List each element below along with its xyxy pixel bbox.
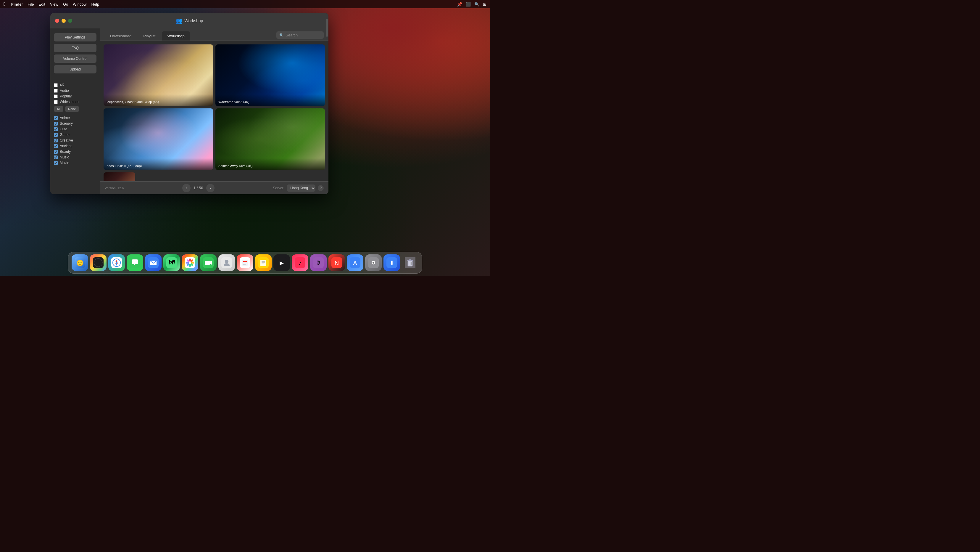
menubar-help[interactable]: Help (91, 2, 99, 6)
card-label-4: Spirited Away Rive (4K) (215, 158, 325, 170)
titlebar-icon: 👥 (176, 18, 182, 24)
basic-filters: 4K Audio Popular Widescreen (54, 83, 97, 104)
app-window: 👥 Workshop Play Settings FAQ Volume Cont… (50, 13, 328, 194)
dock-messages[interactable] (127, 254, 143, 271)
tab-playlist[interactable]: Playlist (138, 31, 161, 41)
menubar-window[interactable]: Window (73, 2, 86, 6)
svg-text:A: A (353, 260, 357, 266)
cat-music-checkbox[interactable] (54, 155, 58, 160)
cat-game-checkbox[interactable] (54, 133, 58, 137)
svg-text:🎙: 🎙 (315, 260, 321, 266)
wallpaper-grid: Iceprincess, Ghost Blade, Wlop (4K) Waef… (103, 45, 325, 181)
cat-beauty[interactable]: Beauty (54, 150, 97, 154)
cat-creative[interactable]: Creative (54, 138, 97, 142)
wallpaper-card-3[interactable]: Zaosu, Bilibili (4K, Loop) (103, 108, 213, 170)
minimize-button[interactable] (62, 19, 66, 23)
dock-maps[interactable]: 🗺 (163, 254, 180, 271)
search-input[interactable] (286, 33, 321, 37)
filter-widescreen-label: Widescreen (60, 100, 78, 104)
wallpaper-card-2[interactable]: Waeframe Volt 3 (4K) (215, 45, 325, 106)
cat-scenery[interactable]: Scenery (54, 121, 97, 126)
cat-scenery-checkbox[interactable] (54, 122, 58, 126)
filter-popular-checkbox[interactable] (54, 94, 58, 98)
cat-game-label: Game (60, 132, 70, 137)
cat-anime[interactable]: Anime (54, 116, 97, 120)
none-button[interactable]: None (65, 106, 79, 112)
dock-finder[interactable]: 🙂 (72, 254, 88, 271)
filter-4k-checkbox[interactable] (54, 83, 58, 87)
tab-workshop[interactable]: Workshop (162, 31, 190, 41)
dock-trash[interactable] (402, 254, 418, 271)
cat-anime-label: Anime (60, 116, 70, 120)
content-area: Play Settings FAQ Volume Control Upload … (50, 29, 328, 194)
dock-contacts[interactable] (218, 254, 235, 271)
wallpaper-grid-area: Iceprincess, Ghost Blade, Wlop (4K) Waef… (100, 41, 328, 181)
dock-facetime[interactable] (200, 254, 216, 271)
dock-appstore[interactable]: A (347, 254, 363, 271)
play-settings-button[interactable]: Play Settings (54, 33, 97, 41)
dock-mail[interactable] (145, 254, 162, 271)
next-page-button[interactable]: › (206, 184, 215, 192)
filter-widescreen-checkbox[interactable] (54, 100, 58, 104)
search-menubar-icon[interactable]: 🔍 (474, 2, 479, 6)
dock-reminders[interactable] (237, 254, 253, 271)
menubar-finder[interactable]: Finder (11, 2, 23, 6)
cat-music[interactable]: Music (54, 155, 97, 160)
cat-beauty-checkbox[interactable] (54, 150, 58, 154)
menubar-edit[interactable]: Edit (39, 2, 45, 6)
cat-anime-checkbox[interactable] (54, 116, 58, 120)
wallpaper-card-1[interactable]: Iceprincess, Ghost Blade, Wlop (4K) (103, 45, 213, 106)
dock-news[interactable]: N (328, 254, 345, 271)
window-controls (55, 19, 72, 23)
cat-movie-checkbox[interactable] (54, 161, 58, 165)
dock-download[interactable]: ⬇ (383, 254, 400, 271)
cat-creative-checkbox[interactable] (54, 139, 58, 142)
dock-notes[interactable] (255, 254, 272, 271)
display-icon[interactable]: ⬛ (466, 2, 471, 6)
dock-launchpad[interactable]: ⋯ (90, 254, 107, 271)
faq-button[interactable]: FAQ (54, 44, 97, 52)
cat-movie[interactable]: Movie (54, 161, 97, 165)
filter-popular[interactable]: Popular (54, 94, 97, 98)
filter-4k[interactable]: 4K (54, 83, 97, 87)
cat-ancient[interactable]: Ancient (54, 144, 97, 148)
apple-menu[interactable]:  (3, 2, 5, 7)
prev-page-button[interactable]: ‹ (182, 184, 191, 192)
wallpaper-card-5[interactable] (103, 172, 135, 181)
filter-audio-checkbox[interactable] (54, 89, 58, 93)
volume-control-button[interactable]: Volume Control (54, 54, 97, 63)
filter-widescreen[interactable]: Widescreen (54, 100, 97, 104)
dock-podcasts[interactable]: 🎙 (310, 254, 327, 271)
sidebar-divider-1 (54, 76, 97, 79)
control-center-icon[interactable]: ⊞ (483, 2, 487, 6)
page-info: 1 / 50 (194, 186, 203, 190)
all-button[interactable]: All (54, 106, 63, 112)
server-select[interactable]: Hong Kong US West US East Europe Japan (287, 185, 315, 191)
wallpaper-card-4[interactable]: Spirited Away Rive (4K) (215, 108, 325, 170)
dock-settings[interactable] (365, 254, 382, 271)
menubar-view[interactable]: View (50, 2, 58, 6)
maximize-button[interactable] (68, 19, 72, 23)
version-label: Version: 12.6 (105, 186, 124, 190)
close-button[interactable] (55, 19, 59, 23)
cat-ancient-checkbox[interactable] (54, 144, 58, 148)
dock-photos[interactable] (182, 254, 198, 271)
card-label-1: Iceprincess, Ghost Blade, Wlop (4K) (103, 94, 213, 106)
search-icon: 🔍 (279, 33, 284, 37)
menubar-go[interactable]: Go (63, 2, 68, 6)
cat-cute-checkbox[interactable] (54, 127, 58, 131)
menubar-file[interactable]: File (28, 2, 34, 6)
dock-music[interactable]: ♪ (292, 254, 308, 271)
filter-audio-label: Audio (60, 89, 69, 93)
filter-audio[interactable]: Audio (54, 89, 97, 93)
dock-safari[interactable] (108, 254, 125, 271)
cat-game[interactable]: Game (54, 132, 97, 137)
card-label-3: Zaosu, Bilibili (4K, Loop) (103, 158, 213, 170)
upload-button[interactable]: Upload (54, 65, 97, 73)
cat-cute[interactable]: Cute (54, 127, 97, 131)
pin-icon[interactable]: 📌 (457, 2, 462, 6)
svg-text:🙂: 🙂 (76, 259, 84, 266)
dock-tv[interactable]: ▶ (274, 254, 290, 271)
help-button[interactable]: ? (318, 185, 324, 191)
tab-downloaded[interactable]: Downloaded (105, 31, 137, 41)
